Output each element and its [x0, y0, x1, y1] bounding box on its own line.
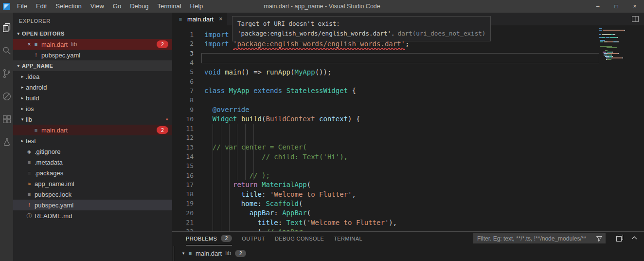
code-line-content[interactable]: title: 'Welcome to Flutter',: [194, 190, 644, 198]
section-open-editors[interactable]: ▾ OPEN EDITORS: [13, 28, 172, 39]
line-number[interactable]: 15: [172, 162, 194, 169]
line-number[interactable]: 19: [172, 200, 194, 207]
line-number[interactable]: 17: [172, 181, 194, 188]
code-line-content[interactable]: return MaterialApp(: [194, 181, 644, 188]
line-number[interactable]: 22: [172, 228, 194, 231]
tree-item-pubspec.lock[interactable]: ≡pubspec.lock: [13, 189, 172, 200]
code-line-10[interactable]: 10 Widget build(BuildContext context) {: [172, 114, 644, 124]
code-line-content[interactable]: Widget build(BuildContext context) {: [194, 115, 644, 123]
problems-filter-input[interactable]: [473, 235, 593, 242]
activity-source-control[interactable]: [1, 68, 12, 79]
code-line-6[interactable]: 6: [172, 76, 644, 86]
menu-edit[interactable]: Edit: [32, 0, 51, 13]
activity-test-beaker[interactable]: [1, 137, 12, 148]
code-line-14[interactable]: 14 // child: Text('Hi'),: [172, 152, 644, 161]
code-line-20[interactable]: 20 appBar: AppBar(: [172, 208, 644, 218]
line-number[interactable]: 3: [172, 50, 194, 57]
code-line-11[interactable]: 11: [172, 124, 644, 133]
panel-tab-problems[interactable]: PROBLEMS2: [186, 232, 232, 245]
code-line-4[interactable]: 4: [172, 58, 644, 67]
tree-item-.packages[interactable]: ≡.packages: [13, 168, 172, 178]
code-line-22[interactable]: 22 ) // AppBar: [172, 227, 644, 231]
open-editor-item-pubspec.yaml[interactable]: !pubspec.yaml: [13, 50, 172, 60]
code-lines[interactable]: 1import2import 'package:english_words/en…: [172, 30, 644, 231]
line-number[interactable]: 9: [172, 106, 194, 113]
tree-item-android[interactable]: ▸android: [13, 82, 172, 93]
maximize-panel-icon[interactable]: [630, 234, 638, 244]
line-number[interactable]: 2: [172, 40, 194, 47]
menu-view[interactable]: View: [86, 0, 108, 13]
close-editor-icon[interactable]: ×: [26, 41, 33, 48]
code-line-3[interactable]: 3: [172, 49, 644, 58]
tree-item-.metadata[interactable]: ≡.metadata: [13, 157, 172, 168]
panel-tab-output[interactable]: OUTPUT: [242, 232, 265, 245]
line-number[interactable]: 13: [172, 144, 194, 151]
panel-tab-terminal[interactable]: TERMINAL: [334, 232, 362, 245]
code-line-9[interactable]: 9 @override: [172, 105, 644, 114]
panel-tab-debug-console[interactable]: DEBUG CONSOLE: [275, 232, 324, 245]
tree-item-lib[interactable]: ▾lib●: [13, 114, 172, 125]
code-line-13[interactable]: 13 // var center = Center(: [172, 143, 644, 152]
close-window-icon[interactable]: ×: [626, 0, 644, 13]
split-editor-icon[interactable]: [631, 15, 639, 25]
code-line-12[interactable]: 12: [172, 133, 644, 142]
line-number[interactable]: 12: [172, 134, 194, 141]
menu-debug[interactable]: Debug: [125, 0, 153, 13]
tree-item-test[interactable]: ▸test: [13, 135, 172, 146]
open-editor-item-main.dart[interactable]: ×≡main.dartlib2: [13, 39, 172, 50]
code-line-content[interactable]: // child: Text('Hi'),: [194, 153, 644, 161]
tree-item-build[interactable]: ▸build: [13, 93, 172, 103]
filter-icon[interactable]: [593, 235, 606, 242]
line-number[interactable]: 11: [172, 125, 194, 132]
minimap[interactable]: [599, 28, 628, 155]
line-number[interactable]: 16: [172, 172, 194, 179]
code-line-15[interactable]: 15: [172, 161, 644, 170]
activity-debug[interactable]: [1, 91, 12, 102]
code-line-8[interactable]: 8: [172, 95, 644, 105]
restore-window-icon[interactable]: □: [607, 0, 626, 13]
section-app-name[interactable]: ▾ APP_NAME: [13, 60, 172, 71]
code-line-5[interactable]: 5void main() => runApp(MyApp());: [172, 67, 644, 76]
code-line-7[interactable]: 7class MyApp extends StatelessWidget {: [172, 86, 644, 95]
line-number[interactable]: 14: [172, 153, 194, 160]
code-line-content[interactable]: @override: [194, 106, 644, 113]
tab-main-dart[interactable]: ≡ main.dart ×: [172, 13, 227, 25]
line-number[interactable]: 7: [172, 87, 194, 94]
menu-help[interactable]: Help: [186, 0, 208, 13]
problem-item[interactable]: × Target of URI doesn't exist: 'package:…: [172, 259, 644, 261]
menu-selection[interactable]: Selection: [51, 0, 86, 13]
line-number[interactable]: 5: [172, 68, 194, 75]
code-line-content[interactable]: // var center = Center(: [194, 143, 644, 151]
code-line-content[interactable]: appBar: AppBar(: [194, 209, 644, 217]
code-line-content[interactable]: ) // AppBar: [194, 228, 644, 231]
code-line-17[interactable]: 17 return MaterialApp(: [172, 180, 644, 189]
code-line-content[interactable]: // );: [194, 171, 644, 179]
code-line-content[interactable]: class MyApp extends StatelessWidget {: [194, 87, 644, 94]
tree-item-pubspec.yaml[interactable]: !pubspec.yaml: [13, 200, 172, 210]
close-tab-icon[interactable]: ×: [219, 16, 222, 22]
code-line-21[interactable]: 21 title: Text('Welcome to Flutter'),: [172, 218, 644, 227]
line-number[interactable]: 1: [172, 31, 194, 38]
tree-item-README.md[interactable]: ⓘREADME.md: [13, 210, 172, 221]
line-number[interactable]: 8: [172, 96, 194, 104]
code-line-content[interactable]: home: Scaffold(: [194, 200, 644, 207]
minimize-window-icon[interactable]: –: [589, 0, 607, 13]
tree-item-.idea[interactable]: ▸.idea: [13, 71, 172, 82]
line-number[interactable]: 18: [172, 190, 194, 198]
tree-item-main.dart[interactable]: ≡main.dart2: [13, 125, 172, 135]
code-line-19[interactable]: 19 home: Scaffold(: [172, 199, 644, 208]
code-line-content[interactable]: void main() => runApp(MyApp());: [194, 68, 644, 76]
activity-explorer[interactable]: [1, 22, 12, 33]
code-line-content[interactable]: title: Text('Welcome to Flutter'),: [194, 219, 644, 226]
tree-item-app_name.iml[interactable]: ≈app_name.iml: [13, 178, 172, 189]
line-number[interactable]: 21: [172, 219, 194, 226]
code-line-16[interactable]: 16 // );: [172, 170, 644, 180]
code-editor[interactable]: 1import2import 'package:english_words/en…: [172, 25, 644, 231]
menu-terminal[interactable]: Terminal: [153, 0, 185, 13]
line-number[interactable]: 4: [172, 59, 194, 66]
line-number[interactable]: 6: [172, 78, 194, 85]
menu-file[interactable]: File: [13, 0, 32, 13]
line-number[interactable]: 20: [172, 209, 194, 217]
code-line-18[interactable]: 18 title: 'Welcome to Flutter',: [172, 189, 644, 199]
tree-item-ios[interactable]: ▸ios: [13, 103, 172, 114]
